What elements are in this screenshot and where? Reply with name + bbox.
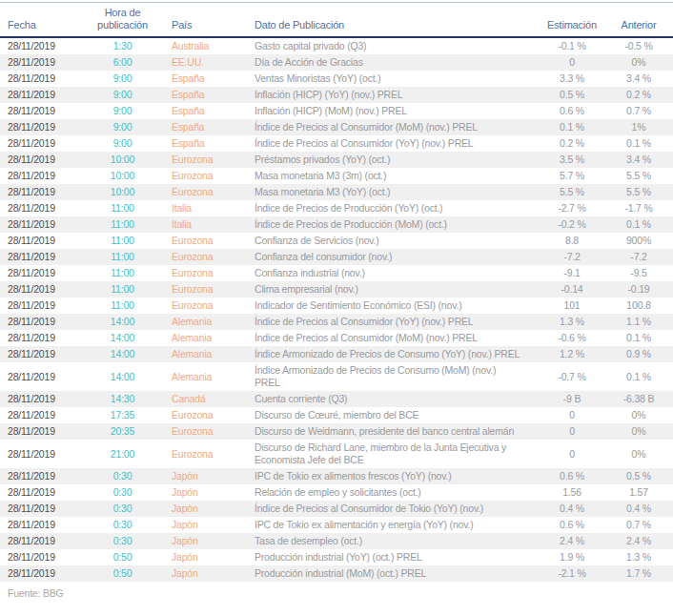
- cell-pais: España: [154, 87, 254, 103]
- cell-anterior: 0%: [604, 54, 673, 71]
- cell-dato-publicacion: Clima empresarial (nov.): [254, 281, 540, 298]
- cell-hora-publicacion: 0:30: [91, 517, 154, 533]
- table-row: 28/11/2019 9:00 España Índice de Precios…: [0, 135, 673, 152]
- table-row: 28/11/2019 11:00 Italia Índice de Precio…: [0, 200, 673, 216]
- cell-hora-publicacion: 14:00: [91, 362, 154, 391]
- cell-dato-publicacion: IPC de Tokio ex alimentos frescos (YoY) …: [254, 468, 540, 484]
- cell-estimacion: -2.1 %: [540, 565, 604, 582]
- cell-pais: Eurozona: [154, 407, 254, 423]
- cell-hora-publicacion: 0:30: [91, 533, 154, 549]
- cell-pais: Eurozona: [154, 152, 254, 168]
- cell-dato-publicacion: Inflación (HICP) (MoM) (nov.) PREL: [254, 103, 540, 119]
- cell-hora-publicacion: 0:50: [91, 565, 154, 582]
- cell-fecha: 28/11/2019: [0, 135, 91, 152]
- cell-anterior: 0.1 %: [604, 135, 673, 152]
- cell-dato-publicacion: Gasto capital privado (Q3): [254, 37, 540, 54]
- cell-pais: Eurozona: [154, 168, 254, 184]
- cell-hora-publicacion: 10:00: [91, 184, 154, 200]
- cell-anterior: 3.4 %: [604, 152, 673, 168]
- cell-anterior: -0.5 %: [604, 37, 673, 54]
- column-header-anterior: Anterior: [604, 3, 673, 38]
- table-row: 28/11/2019 11:00 Eurozona Indicador de S…: [0, 298, 673, 314]
- cell-dato-publicacion: Tasa de desempleo (oct.): [254, 533, 540, 549]
- cell-pais: Japón: [154, 468, 254, 484]
- cell-estimacion: 3.3 %: [540, 71, 604, 87]
- cell-estimacion: 0: [540, 423, 604, 440]
- cell-dato-publicacion: Inflación (HICP) (YoY) (nov.) PREL: [254, 87, 540, 103]
- cell-dato-publicacion: Índice de Precios al Consumidor (MoM) (n…: [254, 119, 540, 135]
- cell-pais: Japón: [154, 501, 254, 517]
- cell-fecha: 28/11/2019: [0, 468, 91, 484]
- table-row: 28/11/2019 1:30 Australia Gasto capital …: [0, 37, 673, 54]
- table-row: 28/11/2019 20:35 Eurozona Discurso de We…: [0, 423, 673, 440]
- cell-pais: Eurozona: [154, 265, 254, 281]
- cell-fecha: 28/11/2019: [0, 346, 91, 362]
- cell-anterior: 0.7 %: [604, 517, 673, 533]
- economic-calendar-page: Fecha Hora de publicación País Dato de P…: [0, 0, 673, 616]
- cell-fecha: 28/11/2019: [0, 249, 91, 265]
- cell-anterior: 0%: [604, 407, 673, 423]
- table-row: 28/11/2019 9:00 España Ventas Minoristas…: [0, 71, 673, 87]
- cell-hora-publicacion: 11:00: [91, 249, 154, 265]
- cell-fecha: 28/11/2019: [0, 184, 91, 200]
- cell-hora-publicacion: 14:30: [91, 391, 154, 407]
- cell-fecha: 28/11/2019: [0, 391, 91, 407]
- cell-fecha: 28/11/2019: [0, 152, 91, 168]
- cell-dato-publicacion: Confianza de Servicios (nov.): [254, 233, 540, 249]
- cell-pais: Alemania: [154, 346, 254, 362]
- cell-hora-publicacion: 0:30: [91, 484, 154, 501]
- table-row: 28/11/2019 6:00 EE.UU. Día de Acción de …: [0, 54, 673, 71]
- cell-dato-publicacion: Día de Acción de Gracias: [254, 54, 540, 71]
- cell-estimacion: 8.8: [540, 233, 604, 249]
- cell-anterior: 1.57: [604, 484, 673, 501]
- cell-dato-publicacion: Discurso de Cœuré, miembro del BCE: [254, 407, 540, 423]
- cell-fecha: 28/11/2019: [0, 423, 91, 440]
- cell-anterior: 1%: [604, 119, 673, 135]
- cell-hora-publicacion: 9:00: [91, 119, 154, 135]
- cell-fecha: 28/11/2019: [0, 407, 91, 423]
- cell-anterior: 1.7 %: [604, 565, 673, 582]
- cell-estimacion: -0.1 %: [540, 37, 604, 54]
- cell-estimacion: 0.6 %: [540, 468, 604, 484]
- cell-pais: Italia: [154, 200, 254, 216]
- cell-estimacion: 2.4 %: [540, 533, 604, 549]
- cell-anterior: 0.7 %: [604, 103, 673, 119]
- cell-dato-publicacion: Índice Armonizado de Precios de Consumo …: [254, 362, 540, 391]
- cell-hora-publicacion: 9:00: [91, 71, 154, 87]
- cell-hora-publicacion: 11:00: [91, 200, 154, 216]
- table-row: 28/11/2019 14:00 Alemania Índice Armoniz…: [0, 346, 673, 362]
- cell-dato-publicacion: Índice de Precios de Producción (MoM) (o…: [254, 216, 540, 233]
- table-row: 28/11/2019 21:00 Eurozona Discurso de Ri…: [0, 440, 673, 468]
- cell-hora-publicacion: 9:00: [91, 87, 154, 103]
- cell-anterior: -6.38 B: [604, 391, 673, 407]
- cell-pais: Eurozona: [154, 440, 254, 468]
- cell-anterior: 0.9 %: [604, 346, 673, 362]
- cell-dato-publicacion: Discurso de Richard Lane, miembro de la …: [254, 440, 540, 468]
- cell-anterior: 0.5 %: [604, 468, 673, 484]
- cell-anterior: 5.5 %: [604, 184, 673, 200]
- cell-estimacion: 0.6 %: [540, 103, 604, 119]
- table-row: 28/11/2019 17:35 Eurozona Discurso de Cœ…: [0, 407, 673, 423]
- cell-estimacion: -7.2: [540, 249, 604, 265]
- cell-anterior: 2.4 %: [604, 533, 673, 549]
- cell-hora-publicacion: 11:00: [91, 265, 154, 281]
- cell-estimacion: 0: [540, 440, 604, 468]
- cell-fecha: 28/11/2019: [0, 71, 91, 87]
- cell-pais: Japón: [154, 565, 254, 582]
- cell-fecha: 28/11/2019: [0, 484, 91, 501]
- table-row: 28/11/2019 0:30 Japón Tasa de desempleo …: [0, 533, 673, 549]
- table-row: 28/11/2019 11:00 Italia Índice de Precio…: [0, 216, 673, 233]
- cell-dato-publicacion: Índice de Precios al Consumidor de Tokio…: [254, 501, 540, 517]
- cell-estimacion: 1.9 %: [540, 549, 604, 565]
- cell-anterior: -0.19: [604, 281, 673, 298]
- cell-estimacion: 5.5 %: [540, 184, 604, 200]
- calendar-table-body: 28/11/2019 1:30 Australia Gasto capital …: [0, 37, 673, 582]
- cell-anterior: 0%: [604, 440, 673, 468]
- cell-pais: Eurozona: [154, 423, 254, 440]
- economic-calendar-table: Fecha Hora de publicación País Dato de P…: [0, 2, 673, 582]
- table-row: 28/11/2019 11:00 Eurozona Confianza del …: [0, 249, 673, 265]
- cell-estimacion: 1.2 %: [540, 346, 604, 362]
- cell-anterior: 0%: [604, 423, 673, 440]
- table-row: 28/11/2019 0:30 Japón Índice de Precios …: [0, 501, 673, 517]
- cell-fecha: 28/11/2019: [0, 87, 91, 103]
